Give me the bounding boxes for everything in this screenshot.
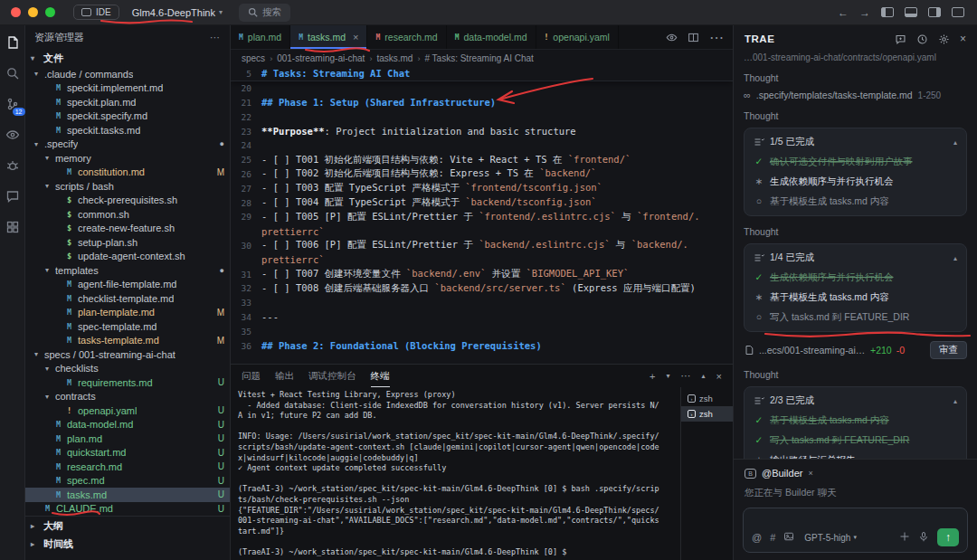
collapse-chevron-icon[interactable]: ▴ <box>953 138 957 147</box>
layout-customize-icon[interactable] <box>952 7 964 17</box>
tree-item[interactable]: Mconstitution.mdM <box>25 166 230 180</box>
close-tab-icon[interactable]: × <box>353 32 358 43</box>
timeline-section[interactable]: ▸ 时间线 <box>25 535 230 553</box>
task-progress-card[interactable]: 1/5 已完成▴✓确认可选交付件与映射到用户故事∗生成依赖顺序与并行执行机会○基… <box>744 128 967 216</box>
code-line[interactable]: 32- [ ] T008 创建后端基础服务器入口 `backend/src/se… <box>231 281 733 296</box>
attach-image-icon[interactable] <box>783 531 794 544</box>
breadcrumb-segment[interactable]: 001-streaming-ai-chat <box>277 53 365 63</box>
tree-item[interactable]: Mrequirements.mdU <box>25 375 230 390</box>
close-window-button[interactable] <box>11 7 21 17</box>
review-button[interactable]: 审查 <box>930 341 967 359</box>
tree-item[interactable]: ▾specs / 001-streaming-ai-chat <box>25 347 230 362</box>
tree-item[interactable]: $update-agent-context.sh <box>25 250 230 264</box>
tree-item[interactable]: ▾checklists <box>25 362 230 376</box>
open-preview-icon[interactable] <box>666 32 678 43</box>
breadcrumb-segment[interactable]: specs <box>242 53 265 63</box>
editor-tab[interactable]: Mdata-model.md <box>447 25 536 49</box>
tree-item[interactable]: Mspec-template.md <box>25 319 230 334</box>
new-chat-icon[interactable] <box>895 33 906 45</box>
code-line[interactable]: 26- [ ] T002 初始化后端项目结构与依赖: Express + TS … <box>231 167 733 182</box>
editor-tab[interactable]: Mplan.md <box>231 25 290 49</box>
ide-mode-badge[interactable]: IDE <box>73 5 119 20</box>
tree-item[interactable]: ▾contracts <box>25 390 230 404</box>
close-panel-icon[interactable]: × <box>716 371 722 382</box>
enhance-prompt-icon[interactable] <box>899 531 910 544</box>
tree-item[interactable]: ▾memory <box>25 151 230 166</box>
terminal-output[interactable]: Vitest + React Testing Library, Express … <box>231 387 680 560</box>
files-section-header[interactable]: ▾ 文件 <box>25 49 230 67</box>
context-hash-icon[interactable]: # <box>770 532 775 543</box>
code-line[interactable]: prettierrc` <box>231 224 733 239</box>
code-line[interactable]: 33 <box>231 296 733 310</box>
code-line[interactable]: 30- [ ] T006 [P] 配置 ESLint/Prettier 于 `b… <box>231 239 733 253</box>
tree-item[interactable]: Mtasks.mdU <box>25 488 230 502</box>
code-line[interactable]: 21## Phase 1: Setup (Shared Infrastructu… <box>231 96 733 110</box>
tree-item[interactable]: Mspeckit.implement.md <box>25 81 230 96</box>
code-line[interactable]: 36## Phase 2: Foundational (Blocking Pre… <box>231 338 733 353</box>
tree-item[interactable]: ▾templates● <box>25 263 230 278</box>
code-line[interactable]: 20 <box>231 81 733 96</box>
search-sidebar-icon[interactable] <box>5 65 21 81</box>
more-actions-icon[interactable]: ⋯ <box>709 29 724 46</box>
code-line[interactable]: 27- [ ] T003 配置 TypeScript 严格模式于 `fronte… <box>231 181 733 195</box>
extensions-icon[interactable] <box>5 219 21 235</box>
tree-item[interactable]: Mtasks-template.mdM <box>25 334 230 348</box>
tree-item[interactable]: $create-new-feature.sh <box>25 222 230 236</box>
tree-item[interactable]: !openapi.yamlU <box>25 403 230 418</box>
task-progress-card[interactable]: 2/3 已完成▴✓基于模板生成 tasks.md 内容✓写入 tasks.md … <box>744 386 967 459</box>
toggle-right-sidebar-icon[interactable] <box>928 7 941 17</box>
breadcrumb-segment[interactable]: tasks.md <box>376 53 413 63</box>
file-change-row[interactable]: ...ecs/001-streaming-ai-chat/tasks.md+21… <box>744 341 967 359</box>
tree-item[interactable]: Mquickstart.mdU <box>25 446 230 460</box>
preview-eye-icon[interactable] <box>5 127 21 143</box>
shell-item[interactable]: ›zsh <box>681 391 733 406</box>
remove-mention-icon[interactable]: × <box>808 469 812 478</box>
task-progress-card[interactable]: 1/4 已完成▴✓生成依赖顺序与并行执行机会∗基于模板生成 tasks.md 内… <box>744 243 967 332</box>
tree-item[interactable]: $check-prerequisites.sh <box>25 194 230 208</box>
close-assistant-icon[interactable]: × <box>960 33 966 45</box>
zoom-window-button[interactable] <box>45 7 55 17</box>
voice-input-icon[interactable] <box>918 531 929 544</box>
toggle-left-sidebar-icon[interactable] <box>881 7 894 17</box>
panel-more-icon[interactable]: ⋯ <box>681 370 691 382</box>
tree-item[interactable]: Mplan-template.mdM <box>25 306 230 320</box>
outline-section[interactable]: ▸ 大纲 <box>25 517 230 535</box>
debug-icon[interactable] <box>5 157 21 174</box>
nav-back-icon[interactable]: ← <box>838 6 849 19</box>
chat-input[interactable]: @ # GPT-5-high ▾ <box>743 508 968 553</box>
minimize-window-button[interactable] <box>28 7 38 17</box>
editor-tab[interactable]: !openapi.yaml <box>536 25 619 49</box>
tree-item[interactable]: Mdata-model.mdU <box>25 418 230 432</box>
tree-item[interactable]: ▾.claude / commands <box>25 67 230 81</box>
editor-tab[interactable]: Mresearch.md <box>367 25 446 49</box>
code-line[interactable]: 28- [ ] T004 配置 TypeScript 严格模式于 `backen… <box>231 195 733 210</box>
collapse-chevron-icon[interactable]: ▴ <box>953 254 957 262</box>
collapse-chevron-icon[interactable]: ▴ <box>953 397 957 405</box>
tree-item[interactable]: Magent-file-template.md <box>25 278 230 292</box>
chat-icon[interactable] <box>5 188 21 204</box>
tree-item[interactable]: Mspeckit.specify.md <box>25 109 230 124</box>
tree-item[interactable]: $setup-plan.sh <box>25 235 230 250</box>
search-box[interactable]: 搜索 <box>239 4 290 22</box>
history-icon[interactable] <box>916 33 928 45</box>
builder-mention-row[interactable]: B @Builder × <box>734 460 977 480</box>
panel-tab[interactable]: 问题 <box>242 365 261 387</box>
source-control-icon[interactable]: 12 <box>5 96 21 112</box>
tree-item[interactable]: Mresearch.mdU <box>25 460 230 474</box>
file-reference[interactable]: ∞.specify/templates/tasks-template.md1-2… <box>744 90 967 100</box>
shell-item[interactable]: ›zsh <box>681 406 733 422</box>
toggle-panel-icon[interactable] <box>905 7 917 17</box>
new-terminal-icon[interactable]: + <box>650 371 655 382</box>
split-editor-icon[interactable] <box>688 32 699 43</box>
assistant-content[interactable]: …001-streaming-ai-chat/contracts/openapi… <box>734 52 977 459</box>
tree-item[interactable]: ▾scripts / bash <box>25 179 230 194</box>
nav-forward-icon[interactable]: → <box>859 6 870 19</box>
tree-item[interactable]: Mspec.mdU <box>25 474 230 489</box>
tree-item[interactable]: $common.sh <box>25 207 230 222</box>
tree-item[interactable]: Mchecklist-template.md <box>25 291 230 306</box>
model-selector[interactable]: GPT-5-high ▾ <box>804 533 857 543</box>
code-line[interactable]: 22 <box>231 109 733 124</box>
tree-item[interactable]: Mspeckit.plan.md <box>25 95 230 109</box>
sticky-scroll-line[interactable]: 5# Tasks: Streaming AI Chat <box>231 67 733 81</box>
mention-icon[interactable]: @ <box>752 532 762 543</box>
